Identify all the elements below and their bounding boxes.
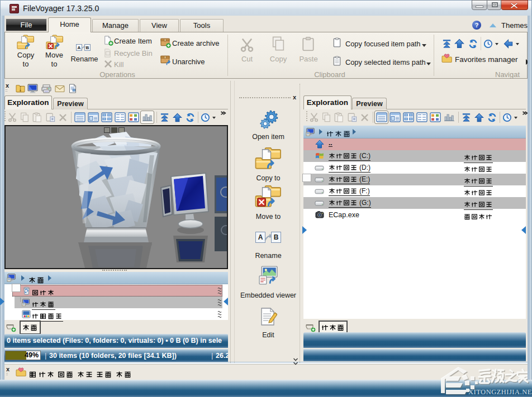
svg-text:XITONGZHIJIA.NET: XITONGZHIJIA.NET xyxy=(468,388,532,396)
